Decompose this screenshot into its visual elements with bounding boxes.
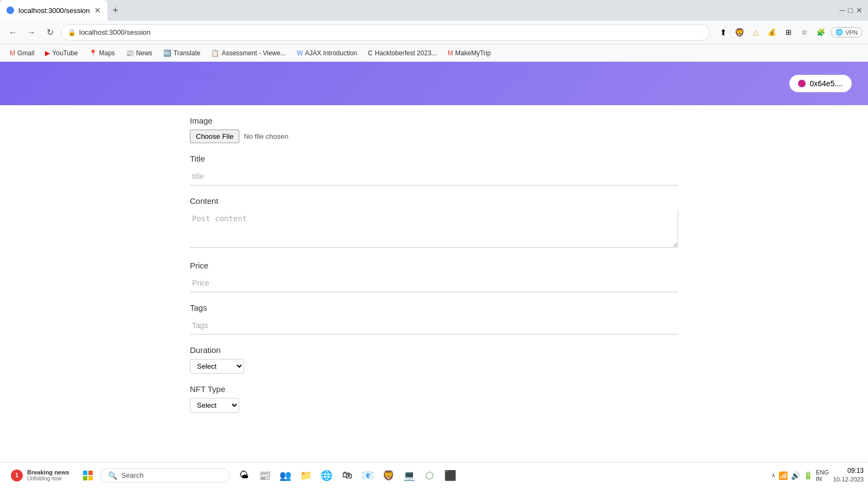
minimize-button[interactable]: ─ bbox=[840, 6, 845, 15]
news-title: Breaking news bbox=[27, 469, 69, 476]
taskbar-teams-icon[interactable]: 👥 bbox=[276, 466, 295, 485]
new-tab-button[interactable]: + bbox=[107, 0, 124, 21]
bookmark-news[interactable]: 📰 News bbox=[122, 48, 157, 59]
taskbar-mail-icon[interactable]: 📧 bbox=[358, 466, 378, 485]
clock-display[interactable]: 09:13 10-12-2023 bbox=[833, 466, 864, 484]
translate-icon: 🔤 bbox=[163, 49, 171, 57]
bookmark-icon[interactable]: ☆ bbox=[798, 26, 811, 39]
bookmark-gmail[interactable]: M Gmail bbox=[5, 48, 39, 59]
news-subtitle: Unfolding now bbox=[27, 476, 69, 481]
price-input[interactable] bbox=[190, 274, 678, 292]
system-tray-icons: ∧ 📶 🔊 🔋 ENG IN bbox=[771, 469, 829, 482]
refresh-button[interactable]: ↻ bbox=[42, 25, 58, 40]
nft-type-label: NFT Type bbox=[190, 384, 678, 394]
taskbar-store-icon[interactable]: 🛍 bbox=[337, 466, 357, 485]
wallet-connect-button[interactable]: 0x64e5.... bbox=[789, 75, 852, 92]
page-content: 0x64e5.... Image Choose File No file cho… bbox=[0, 62, 868, 462]
windows-logo bbox=[83, 471, 93, 480]
vpn-button[interactable]: 🌐 VPN bbox=[831, 27, 863, 37]
taskbar-pinned-icons: 🌤 📰 👥 📁 🌐 🛍 📧 🦁 💻 ⬡ ⬛ bbox=[234, 466, 460, 485]
bookmark-maps[interactable]: 📍 Maps bbox=[85, 48, 119, 59]
taskbar-search-bar[interactable]: 🔍 Search bbox=[100, 468, 230, 483]
bookmark-ajax[interactable]: W AJAX Introduction bbox=[292, 48, 361, 59]
sidebar-icon[interactable]: ⊞ bbox=[782, 26, 795, 39]
tags-form-group: Tags bbox=[190, 303, 678, 335]
taskbar-search-placeholder: Search bbox=[122, 471, 144, 479]
brave-rewards-icon[interactable]: △ bbox=[749, 26, 762, 39]
active-tab[interactable]: localhost:3000/session ✕ bbox=[0, 0, 107, 21]
brave-shield-icon[interactable]: 🦁 bbox=[733, 26, 746, 39]
youtube-icon: ▶ bbox=[45, 49, 50, 57]
choose-file-button[interactable]: Choose File bbox=[190, 130, 239, 143]
taskbar-terminal-icon[interactable]: ⬛ bbox=[441, 466, 460, 485]
close-button[interactable]: ✕ bbox=[856, 6, 863, 15]
gmail-icon: M bbox=[10, 49, 15, 57]
taskbar-news-icon[interactable]: 📰 bbox=[255, 466, 275, 485]
content-textarea[interactable] bbox=[190, 210, 678, 248]
forward-button[interactable]: → bbox=[24, 25, 39, 40]
maps-icon: 📍 bbox=[89, 49, 97, 57]
url-text: localhost:3000/session bbox=[79, 28, 703, 36]
title-input[interactable] bbox=[190, 168, 678, 185]
tags-input[interactable] bbox=[190, 317, 678, 335]
nav-icons: ⬆ 🦁 △ 💰 ⊞ ☆ 🧩 🌐 VPN bbox=[717, 26, 863, 39]
start-button[interactable] bbox=[78, 466, 98, 485]
tray-volume-icon[interactable]: 🔊 bbox=[791, 471, 800, 480]
bookmark-translate[interactable]: 🔤 Translate bbox=[159, 48, 205, 59]
wallet-address-text: 0x64e5.... bbox=[810, 79, 844, 88]
news-ticker[interactable]: 1 Breaking news Unfolding now bbox=[4, 467, 76, 484]
tray-language[interactable]: ENG IN bbox=[816, 469, 829, 482]
taskbar-node-icon[interactable]: ⬡ bbox=[420, 466, 439, 485]
price-label: Price bbox=[190, 261, 678, 270]
tray-battery-icon[interactable]: 🔋 bbox=[803, 471, 813, 480]
tray-network-icon[interactable]: 📶 bbox=[778, 471, 788, 480]
tags-label: Tags bbox=[190, 303, 678, 312]
bookmarks-bar: M Gmail ▶ YouTube 📍 Maps 📰 News 🔤 Transl… bbox=[0, 44, 868, 62]
price-form-group: Price bbox=[190, 261, 678, 292]
taskbar-explorer-icon[interactable]: 📁 bbox=[296, 466, 316, 485]
taskbar-brave-icon[interactable]: 🦁 bbox=[379, 466, 398, 485]
tab-favicon bbox=[7, 7, 14, 14]
wallet-icon[interactable]: 💰 bbox=[765, 26, 778, 39]
assessment-icon: 📋 bbox=[211, 49, 219, 57]
duration-form-group: Duration Select 7 days 30 days bbox=[190, 345, 678, 374]
ajax-icon: W bbox=[297, 49, 303, 57]
news-ticker-content: Breaking news Unfolding now bbox=[27, 469, 69, 481]
news-icon: 📰 bbox=[126, 49, 134, 57]
bookmark-makemytrip[interactable]: M MakeMyTrip bbox=[443, 48, 495, 59]
taskbar-system-tray: ∧ 📶 🔊 🔋 ENG IN 09:13 10-12-2023 bbox=[771, 466, 864, 484]
bookmark-gmail-label: Gmail bbox=[17, 49, 34, 57]
browser-frame: localhost:3000/session ✕ + ─ □ ✕ ← → ↻ 🔒… bbox=[0, 0, 868, 488]
bookmark-youtube[interactable]: ▶ YouTube bbox=[41, 48, 82, 59]
file-input-area: Choose File No file chosen bbox=[190, 130, 678, 143]
taskbar-widgets-icon[interactable]: 🌤 bbox=[234, 466, 254, 485]
bookmark-ajax-label: AJAX Introduction bbox=[305, 49, 357, 57]
image-form-group: Image Choose File No file chosen bbox=[190, 116, 678, 143]
bookmark-youtube-label: YouTube bbox=[52, 49, 78, 57]
title-form-group: Title bbox=[190, 154, 678, 185]
extensions-icon[interactable]: 🧩 bbox=[814, 26, 827, 39]
taskbar-vscode-icon[interactable]: 💻 bbox=[399, 466, 419, 485]
vpn-label-text: 🌐 bbox=[835, 29, 843, 36]
wallet-avatar bbox=[798, 80, 806, 87]
taskbar-edge-icon[interactable]: 🌐 bbox=[317, 466, 336, 485]
duration-select[interactable]: Select 7 days 30 days bbox=[190, 359, 244, 374]
image-label: Image bbox=[190, 116, 678, 125]
tray-chevron-icon[interactable]: ∧ bbox=[771, 472, 775, 478]
bookmark-hacktoberfest[interactable]: C Hacktoberfest 2023... bbox=[363, 48, 441, 59]
vpn-text: VPN bbox=[845, 29, 858, 36]
close-tab-button[interactable]: ✕ bbox=[94, 6, 101, 15]
clock-time: 09:13 bbox=[833, 466, 864, 476]
nft-type-select[interactable]: Select Art Music bbox=[190, 398, 239, 413]
lock-icon: 🔒 bbox=[68, 29, 76, 36]
hacktoberfest-icon: C bbox=[368, 49, 373, 57]
nav-bar: ← → ↻ 🔒 localhost:3000/session ⬆ 🦁 △ 💰 ⊞… bbox=[0, 21, 868, 44]
nft-type-form-group: NFT Type Select Art Music bbox=[190, 384, 678, 413]
content-label: Content bbox=[190, 196, 678, 206]
makemytrip-icon: M bbox=[448, 49, 453, 57]
maximize-button[interactable]: □ bbox=[848, 6, 853, 15]
address-bar[interactable]: 🔒 localhost:3000/session bbox=[61, 24, 710, 41]
bookmark-assessment[interactable]: 📋 Assessment - Viewe... bbox=[207, 48, 290, 59]
share-icon[interactable]: ⬆ bbox=[717, 26, 730, 39]
back-button[interactable]: ← bbox=[5, 25, 21, 40]
